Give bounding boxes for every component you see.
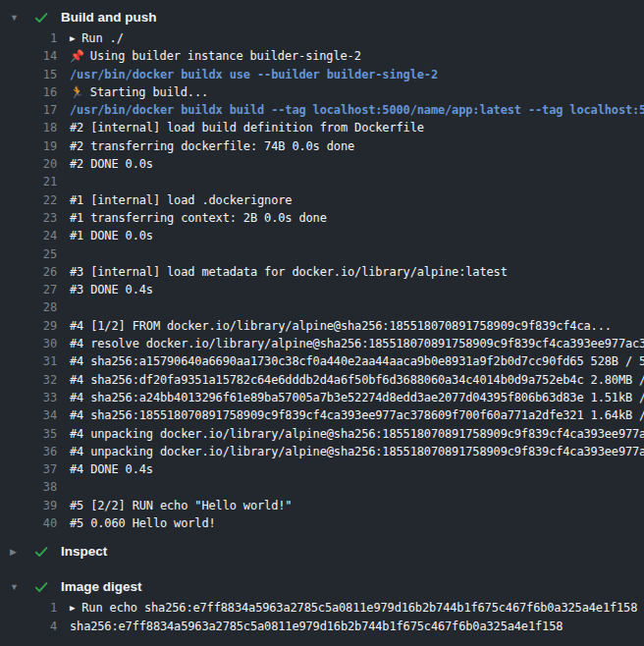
section-title: Image digest: [61, 579, 142, 595]
log-line: 37#4 DONE 0.4s: [0, 460, 644, 478]
section-log-build-and-push: 1▶Run ./14📌Using builder instance builde…: [0, 29, 644, 532]
log-line: 39#5 [2/2] RUN echo "Hello world!": [0, 497, 644, 514]
line-number[interactable]: 20: [0, 155, 57, 173]
log-line: 29#4 [1/2] FROM docker.io/library/alpine…: [0, 317, 644, 335]
log-line: 31#4 sha256:a15790640a6690aa1730c38cf0a4…: [0, 352, 644, 370]
line-text: [57, 173, 70, 190]
log-line: 25: [0, 245, 644, 263]
line-number[interactable]: 35: [0, 425, 57, 443]
line-number[interactable]: 1: [0, 599, 57, 617]
log-line: 14📌Using builder instance builder-single…: [0, 47, 644, 65]
log-line: 15/usr/bin/docker buildx use --builder b…: [0, 66, 644, 83]
line-text: #2 DONE 0.0s: [57, 155, 153, 173]
log-line: 35#4 unpacking docker.io/library/alpine@…: [0, 425, 644, 443]
runner-icon: 🏃: [70, 83, 84, 101]
line-number[interactable]: 19: [0, 137, 57, 155]
line-text: [57, 298, 70, 316]
log-line: 20#2 DONE 0.0s: [0, 155, 644, 173]
line-text: /usr/bin/docker buildx build --tag local…: [57, 101, 644, 119]
line-number[interactable]: 16: [0, 83, 57, 101]
log-line: 19#2 transferring dockerfile: 74B 0.0s d…: [0, 137, 644, 155]
line-text: [57, 245, 70, 263]
line-text: #5 0.060 Hello world!: [57, 514, 216, 532]
line-text: #4 unpacking docker.io/library/alpine@sh…: [57, 425, 644, 443]
line-number[interactable]: 34: [0, 406, 57, 424]
section-log-image-digest: 1▶Run echo sha256:e7ff8834a5963a2785c5a0…: [0, 599, 644, 635]
check-success-icon: [33, 544, 49, 560]
line-number[interactable]: 23: [0, 209, 57, 227]
line-text: sha256:e7ff8834a5963a2785c5a0811e979d16b…: [57, 618, 563, 635]
log-line: 4sha256:e7ff8834a5963a2785c5a0811e979d16…: [0, 618, 644, 635]
line-text: #1 transferring context: 2B 0.0s done: [57, 209, 327, 227]
line-number[interactable]: 22: [0, 191, 57, 209]
line-text: #4 unpacking docker.io/library/alpine@sh…: [57, 443, 644, 460]
log-line: 27#3 DONE 0.4s: [0, 281, 644, 298]
line-number[interactable]: 38: [0, 478, 57, 496]
check-success-icon: [33, 579, 49, 595]
log-line: 40#5 0.060 Hello world!: [0, 514, 644, 532]
log-line: 18#2 [internal] load build definition fr…: [0, 119, 644, 136]
line-number[interactable]: 40: [0, 514, 57, 532]
line-number[interactable]: 39: [0, 497, 57, 514]
line-number[interactable]: 25: [0, 245, 57, 263]
line-number[interactable]: 32: [0, 371, 57, 389]
line-number[interactable]: 26: [0, 263, 57, 281]
chevron-down-icon[interactable]: ▼: [10, 579, 26, 595]
line-number[interactable]: 4: [0, 618, 57, 635]
log-line: 34#4 sha256:185518070891758909c9f839cf4c…: [0, 406, 644, 424]
log-line: 28: [0, 298, 644, 316]
log-line: 23#1 transferring context: 2B 0.0s done: [0, 209, 644, 227]
line-text: /usr/bin/docker buildx use --builder bui…: [57, 66, 438, 83]
log-line: 26#3 [internal] load metadata for docker…: [0, 263, 644, 281]
line-number[interactable]: 24: [0, 227, 57, 244]
line-number[interactable]: 17: [0, 101, 57, 119]
expand-arrow-icon[interactable]: ▶: [70, 599, 75, 617]
log-line: 38: [0, 478, 644, 496]
line-number[interactable]: 28: [0, 298, 57, 316]
line-number[interactable]: 1: [0, 29, 57, 47]
log-line: 24#1 DONE 0.0s: [0, 227, 644, 244]
line-number[interactable]: 21: [0, 173, 57, 190]
section-title: Inspect: [61, 544, 107, 560]
actions-log-panel: ▼Build and push1▶Run ./14📌Using builder …: [0, 0, 644, 635]
line-text: #4 sha256:185518070891758909c9f839cf4ca3…: [57, 406, 644, 424]
log-line: 22#1 [internal] load .dockerignore: [0, 191, 644, 209]
line-text: #4 resolve docker.io/library/alpine@sha2…: [57, 335, 644, 352]
line-number[interactable]: 18: [0, 119, 57, 136]
line-number[interactable]: 31: [0, 352, 57, 370]
line-number[interactable]: 29: [0, 317, 57, 335]
log-line: 36#4 unpacking docker.io/library/alpine@…: [0, 443, 644, 460]
line-text: #4 [1/2] FROM docker.io/library/alpine@s…: [57, 317, 612, 335]
line-text: #3 DONE 0.4s: [57, 281, 153, 298]
line-text: #4 sha256:a24bb4013296f61e89ba57005a7b3e…: [57, 389, 644, 406]
line-text: #2 transferring dockerfile: 74B 0.0s don…: [57, 137, 354, 155]
line-text: 🏃Starting build...: [57, 83, 208, 101]
section-header-inspect[interactable]: ▶Inspect: [0, 534, 644, 569]
line-text: #4 sha256:df20fa9351a15782c64e6dddb2d4a6…: [57, 371, 644, 389]
log-line: 17/usr/bin/docker buildx build --tag loc…: [0, 101, 644, 119]
log-line[interactable]: 1▶Run ./: [0, 29, 644, 47]
line-number[interactable]: 27: [0, 281, 57, 298]
line-number[interactable]: 36: [0, 443, 57, 460]
line-text: #4 sha256:a15790640a6690aa1730c38cf0a440…: [57, 352, 644, 370]
log-line[interactable]: 1▶Run echo sha256:e7ff8834a5963a2785c5a0…: [0, 599, 644, 617]
log-line: 16🏃Starting build...: [0, 83, 644, 101]
pushpin-icon: 📌: [70, 47, 84, 65]
line-text: #1 [internal] load .dockerignore: [57, 191, 292, 209]
line-text: [57, 478, 70, 496]
line-number[interactable]: 33: [0, 389, 57, 406]
expand-arrow-icon[interactable]: ▶: [70, 29, 75, 47]
chevron-down-icon[interactable]: ▼: [10, 10, 26, 26]
log-line: 30#4 resolve docker.io/library/alpine@sh…: [0, 335, 644, 352]
log-line: 21: [0, 173, 644, 190]
line-number[interactable]: 15: [0, 66, 57, 83]
line-text: #5 [2/2] RUN echo "Hello world!": [57, 497, 292, 514]
check-success-icon: [33, 10, 49, 26]
section-title: Build and push: [61, 10, 157, 26]
chevron-right-icon[interactable]: ▶: [10, 544, 26, 560]
line-number[interactable]: 14: [0, 47, 57, 65]
line-number[interactable]: 30: [0, 335, 57, 352]
line-number[interactable]: 37: [0, 460, 57, 478]
line-text: #1 DONE 0.0s: [57, 227, 153, 244]
line-text: 📌Using builder instance builder-single-2: [57, 47, 361, 65]
